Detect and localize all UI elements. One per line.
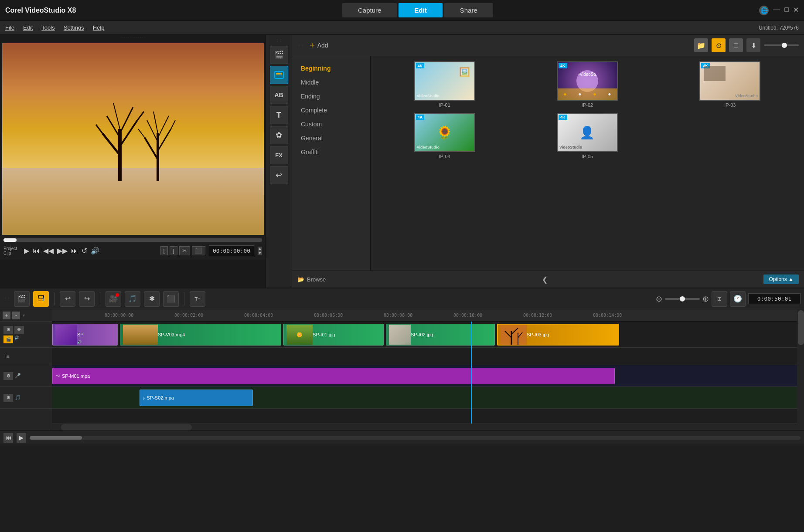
thumb-ip04-img[interactable]: 4K 🌻 VideoStudio	[414, 113, 475, 152]
maximize-button[interactable]: □	[784, 6, 789, 15]
library-button[interactable]: ⊙	[712, 38, 726, 52]
clock-button[interactable]: 🕐	[730, 291, 746, 307]
thumb-ip02-img[interactable]: 4K •VideoStudio ●●●●	[557, 61, 618, 101]
mark-out-button[interactable]: ]	[170, 246, 177, 255]
menu-file[interactable]: File	[5, 24, 14, 31]
close-button[interactable]: ✕	[793, 6, 799, 15]
cat-general[interactable]: General	[296, 131, 367, 145]
thumb-ip01-img[interactable]: 4K VideoStudio 🖼️	[414, 61, 475, 101]
instant-project-button[interactable]	[270, 66, 288, 84]
split-button[interactable]: ⬛	[192, 246, 205, 255]
timecode-display[interactable]: 00:00:00:00	[209, 245, 254, 256]
track-eye-button[interactable]: 👁	[14, 326, 24, 334]
thumb-ip05[interactable]: 4K 👤 VideoStudio IP-05	[518, 113, 656, 159]
clip-i01[interactable]: 🌼 SP-I01.jpg	[283, 324, 384, 346]
last-button[interactable]: ⏭	[71, 247, 78, 255]
repeat-button[interactable]: ↺	[82, 247, 87, 255]
timecode-down[interactable]: ▼	[258, 251, 262, 255]
globe-icon[interactable]: 🌐	[759, 6, 769, 15]
menu-help[interactable]: Help	[93, 24, 105, 31]
tab-capture[interactable]: Capture	[342, 3, 397, 17]
track-settings-button[interactable]: ⚙	[3, 326, 13, 334]
clip-s02[interactable]: ♪ SP-S02.mpa	[140, 390, 253, 406]
cat-custom[interactable]: Custom	[296, 117, 367, 131]
tab-share[interactable]: Share	[444, 3, 493, 17]
title-tool-button[interactable]: AB	[270, 86, 288, 104]
menu-tools[interactable]: Tools	[41, 24, 55, 31]
cat-beginning[interactable]: Beginning	[296, 61, 367, 75]
thumb-ip03[interactable]: 4K VideoStudio IP-03	[661, 61, 799, 108]
size-slider[interactable]	[764, 44, 799, 46]
thumb-ip01[interactable]: 4K VideoStudio 🖼️ IP-01	[376, 61, 513, 108]
clip-art-button[interactable]: ✱	[144, 291, 160, 307]
title-button[interactable]: T≡	[190, 291, 205, 307]
zoom-in-button[interactable]: ⊕	[702, 294, 709, 304]
browse-button[interactable]: 📂 Browse	[297, 276, 326, 283]
remove-track-button[interactable]: -	[12, 312, 20, 319]
transition-tool-button[interactable]: ↩	[270, 166, 288, 184]
timeline-button[interactable]: 🎞	[33, 291, 49, 307]
record-button[interactable]: 🎥	[106, 291, 121, 307]
menu-edit[interactable]: Edit	[23, 24, 33, 31]
cat-complete[interactable]: Complete	[296, 103, 367, 117]
grip-dots: ⋮⋮	[276, 38, 283, 42]
music-settings-button[interactable]: ⚙	[3, 394, 13, 402]
timeline-timecode[interactable]: 0:00:50:01	[748, 293, 801, 304]
options-button[interactable]: Options ▲	[763, 274, 799, 284]
nav-first-button[interactable]: ⏮	[3, 433, 13, 443]
undo-button[interactable]: ↩	[60, 291, 75, 307]
fx-tool-button[interactable]: FX	[270, 146, 288, 164]
thumb-ip02[interactable]: 4K •VideoStudio ●●●● IP-02	[518, 61, 656, 108]
menu-settings[interactable]: Settings	[64, 24, 84, 31]
thumb-ip05-label: IP-05	[582, 154, 593, 159]
timecode-up[interactable]: ▲	[258, 247, 262, 251]
timeline-scrollbar[interactable]	[52, 424, 797, 430]
cat-middle[interactable]: Middle	[296, 75, 367, 89]
clip-sp[interactable]: SP 🔊	[52, 324, 118, 346]
nav-scrollbar[interactable]	[30, 436, 801, 440]
v-scrollbar-thumb[interactable]	[798, 310, 804, 345]
progress-bar[interactable]	[3, 238, 262, 242]
thumb-ip04[interactable]: 4K 🌻 VideoStudio IP-04	[376, 113, 513, 159]
play-button[interactable]: ▶	[24, 247, 29, 255]
thumb-ip03-img[interactable]: 4K VideoStudio	[699, 61, 760, 101]
ip02-preview: 4K •VideoStudio ●●●●	[558, 62, 617, 100]
cat-graffiti[interactable]: Graffiti	[296, 145, 367, 159]
h-scrollbar-thumb[interactable]	[61, 424, 192, 430]
cut-button[interactable]: ✂	[179, 246, 190, 255]
thumb-ip05-img[interactable]: 4K 👤 VideoStudio	[557, 113, 618, 152]
clip-m01[interactable]: 〜 SP-M01.mpa	[52, 368, 615, 384]
zoom-slider[interactable]	[665, 298, 700, 300]
filter-button[interactable]: □	[729, 38, 743, 52]
add-track-button[interactable]: +	[3, 312, 10, 319]
audio-button[interactable]: 🎵	[125, 291, 140, 307]
media-tool-button[interactable]: 🎬	[270, 46, 288, 64]
prev-button[interactable]: ◀◀	[43, 247, 54, 255]
step-forward-button[interactable]: ▶▶	[57, 247, 68, 255]
tab-edit[interactable]: Edit	[399, 3, 442, 17]
collapse-left-button[interactable]: ❮	[542, 275, 548, 284]
mark-in-button[interactable]: [	[160, 246, 168, 255]
minimize-button[interactable]: —	[773, 6, 780, 15]
folder-button[interactable]: 📁	[694, 38, 708, 52]
clip-v03[interactable]: SP-V03.mp4	[120, 324, 281, 346]
storyboard-button[interactable]: 🎬	[14, 291, 30, 307]
clip-i02[interactable]: SP-I02.jpg	[386, 324, 495, 346]
zoom-out-button[interactable]: ⊖	[656, 294, 662, 304]
graphics-tool-button[interactable]: ✿	[270, 126, 288, 144]
right-scrollbar[interactable]	[797, 309, 804, 430]
nav-scrollbar-thumb[interactable]	[30, 436, 82, 440]
first-button[interactable]: ⏮	[33, 247, 40, 255]
track-video-icon[interactable]: 🎬	[3, 335, 13, 343]
fit-button[interactable]: ⊞	[712, 291, 727, 307]
redo-button[interactable]: ↪	[79, 291, 95, 307]
add-media-button[interactable]: + Add	[310, 41, 328, 51]
pip-button[interactable]: ⬛	[163, 291, 179, 307]
voice-settings-button[interactable]: ⚙	[3, 372, 13, 380]
cat-ending[interactable]: Ending	[296, 89, 367, 103]
clip-i03[interactable]: SP-I03.jpg	[497, 324, 619, 346]
volume-button[interactable]: 🔊	[91, 247, 99, 255]
nav-play-button[interactable]: ▶	[17, 433, 26, 443]
sort-button[interactable]: ⬇	[746, 38, 760, 52]
text-tool-button[interactable]: T	[270, 106, 288, 124]
